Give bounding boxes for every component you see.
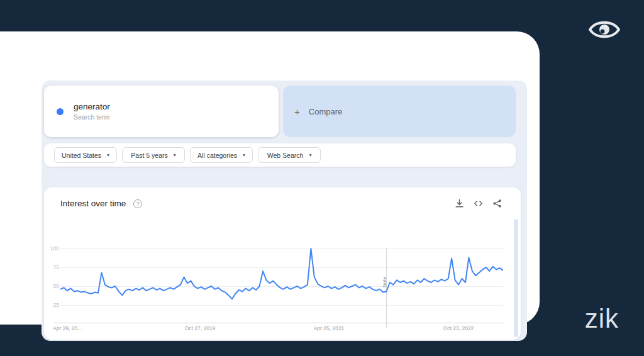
y-tick-25: 25 (45, 302, 59, 308)
chart-header: Interest over time ? (44, 187, 521, 208)
chart-toolbar (455, 199, 502, 208)
chevron-down-icon (243, 152, 245, 158)
interest-over-time-card: Interest over time ? 100 75 50 25 (44, 187, 521, 340)
y-tick-100: 100 (45, 245, 59, 252)
chevron-down-icon (107, 152, 109, 158)
y-tick-50: 50 (45, 283, 59, 289)
y-tick-75: 75 (45, 264, 59, 270)
filter-time-dropdown[interactable]: Past 5 years (122, 147, 185, 163)
vertical-scrollbar[interactable] (514, 219, 518, 337)
chart-plot-area[interactable]: Note (60, 245, 503, 325)
embed-icon[interactable] (474, 199, 483, 208)
compare-label: Compare (309, 107, 342, 116)
plus-icon (294, 106, 300, 117)
eye-icon (589, 17, 620, 42)
zik-logo: zik (585, 304, 619, 334)
search-term-subtitle: Search term (74, 113, 110, 121)
search-term-card[interactable]: generator Search term (44, 86, 279, 137)
filter-region-dropdown[interactable]: United States (54, 147, 117, 163)
download-icon[interactable] (455, 199, 464, 208)
help-icon[interactable]: ? (133, 199, 142, 208)
chevron-down-icon (309, 152, 311, 158)
trend-line-svg (60, 245, 503, 328)
filter-category-label: All categories (197, 152, 237, 159)
filter-bar: United States Past 5 years All categorie… (44, 143, 516, 167)
filter-searchtype-dropdown[interactable]: Web Search (258, 147, 321, 163)
filter-category-dropdown[interactable]: All categories (190, 147, 253, 163)
share-icon[interactable] (492, 199, 502, 208)
chevron-down-icon (174, 152, 176, 158)
compare-button[interactable]: Compare (283, 86, 516, 137)
filter-searchtype-label: Web Search (267, 152, 304, 159)
series-color-dot-icon (57, 108, 64, 115)
search-term-text: generator Search term (74, 102, 110, 121)
trends-page-sheet: generator Search term Compare United Sta… (0, 31, 540, 325)
chart-title: Interest over time (60, 199, 126, 208)
search-term-label: generator (74, 102, 110, 111)
filter-region-label: United States (62, 152, 101, 159)
filter-time-label: Past 5 years (131, 152, 167, 159)
